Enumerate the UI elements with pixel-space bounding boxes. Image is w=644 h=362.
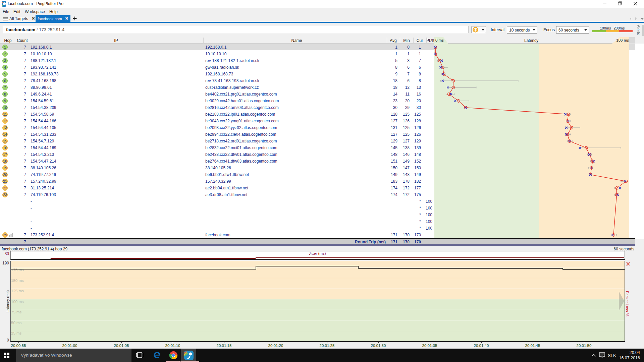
svg-text:50 ms: 50 ms (11, 321, 22, 325)
svg-text:125 ms: 125 ms (11, 289, 24, 293)
svg-text:100 ms: 100 ms (11, 300, 24, 304)
svg-text:175 ms: 175 ms (11, 268, 24, 272)
svg-text:75 ms: 75 ms (11, 310, 22, 314)
svg-text:150 ms: 150 ms (11, 279, 24, 283)
svg-text:25 ms: 25 ms (11, 331, 22, 335)
